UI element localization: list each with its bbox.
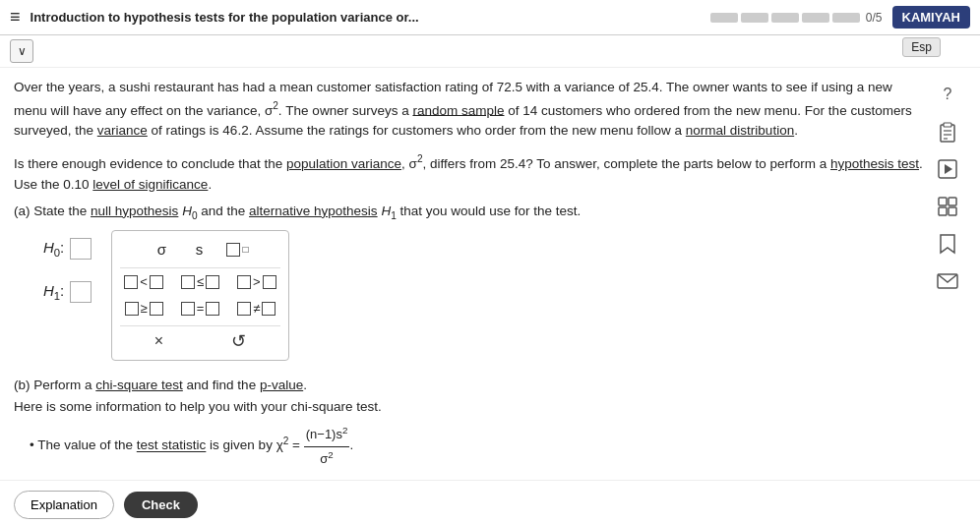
main-content: Over the years, a sushi restaurant has h… [0, 68, 980, 480]
hyp-labels: H0: H1: [43, 238, 92, 303]
clipboard-icon[interactable] [935, 119, 960, 145]
palette-sigma[interactable]: σ [148, 239, 175, 260]
hypothesis-test-link[interactable]: hypothesis test [830, 156, 919, 171]
progress-segments [710, 13, 860, 23]
grid-icon[interactable] [935, 194, 960, 219]
palette-le[interactable]: ≤ [177, 272, 223, 291]
expand-row: ∨ [0, 35, 980, 68]
progress-label: 0/5 [866, 11, 883, 25]
alternative-hypothesis-link[interactable]: alternative hypothesis [249, 204, 378, 218]
palette-row-2: < ≤ > [120, 272, 279, 291]
sq-icon [226, 243, 240, 257]
h0-label: H0: [43, 239, 64, 259]
explanation-button[interactable]: Explanation [14, 491, 114, 519]
palette-lt[interactable]: < [120, 272, 167, 291]
palette-ne[interactable]: ≠ [233, 299, 279, 318]
bookmark-icon[interactable] [935, 231, 960, 257]
user-badge: KAMIYAH [892, 6, 970, 29]
content-area: Over the years, a sushi restaurant has h… [14, 78, 923, 470]
svg-rect-9 [939, 207, 947, 215]
palette-sq-sup[interactable]: □ [222, 241, 252, 259]
svg-rect-10 [949, 207, 956, 215]
check-button[interactable]: Check [124, 492, 198, 518]
part-b-line2: Here is some information to help you wit… [14, 396, 923, 418]
palette-ge[interactable]: ≥ [121, 299, 167, 318]
top-bar: ≡ Introduction to hypothesis tests for t… [0, 0, 980, 35]
problem-paragraph-1: Over the years, a sushi restaurant has h… [14, 78, 923, 142]
part-a-label: (a) State the null hypothesis H0 and the… [14, 204, 923, 221]
null-hypothesis-link[interactable]: null hypothesis [91, 204, 178, 218]
expand-button[interactable]: ∨ [10, 39, 33, 63]
mail-icon[interactable] [935, 268, 960, 294]
significance-link[interactable]: level of significance [92, 177, 208, 192]
h0-input[interactable] [70, 238, 92, 260]
svg-rect-7 [939, 198, 947, 205]
palette-eq[interactable]: = [177, 299, 224, 318]
bottom-bar: Explanation Check [0, 480, 980, 524]
h1-label: H1: [43, 282, 64, 302]
bullet: • [30, 438, 34, 453]
sq-sup: □ [242, 244, 248, 255]
seg-1 [710, 13, 738, 23]
svg-rect-1 [944, 123, 951, 127]
h1-input[interactable] [70, 281, 92, 303]
play-icon[interactable] [935, 156, 960, 182]
seg-3 [771, 13, 799, 23]
svg-rect-8 [949, 198, 956, 205]
esp-button[interactable]: Esp [902, 37, 941, 57]
hypothesis-section: H0: H1: σ s □ [43, 230, 923, 361]
part-b-line1: (b) Perform a chi-square test and find t… [14, 375, 923, 396]
seg-2 [741, 13, 768, 23]
palette-clear-button[interactable]: × [154, 332, 163, 350]
palette-undo-button[interactable]: ↺ [231, 330, 246, 352]
problem-paragraph-2: Is there enough evidence to conclude tha… [14, 151, 923, 195]
symbol-palette: σ s □ < ≤ [111, 230, 288, 361]
chi-numerator: (n−1)s2 [304, 423, 350, 446]
progress-area: 0/5 [710, 11, 883, 25]
right-sidebar: ? [929, 78, 966, 470]
h0-row: H0: [43, 238, 92, 260]
question-icon[interactable]: ? [935, 82, 960, 107]
palette-gt[interactable]: > [233, 272, 280, 291]
chi-denominator: σ2 [318, 447, 335, 470]
page-title: Introduction to hypothesis tests for the… [31, 10, 710, 25]
palette-action-row: × ↺ [120, 330, 279, 352]
chi-formula: • The value of the test statistic is giv… [30, 423, 923, 469]
h1-row: H1: [43, 281, 92, 303]
palette-row-3: ≥ = ≠ [120, 299, 279, 318]
palette-row-1: σ s □ [120, 239, 279, 260]
test-statistic-link[interactable]: test statistic [137, 438, 207, 453]
chi-square-link[interactable]: chi-square test [95, 378, 183, 392]
seg-5 [832, 13, 860, 23]
chi-fraction: (n−1)s2 σ2 [304, 423, 350, 469]
part-b: (b) Perform a chi-square test and find t… [14, 375, 923, 469]
palette-s[interactable]: s [185, 239, 213, 260]
p-value-link[interactable]: p-value [260, 378, 303, 392]
menu-icon[interactable]: ≡ [10, 7, 21, 28]
seg-4 [802, 13, 829, 23]
